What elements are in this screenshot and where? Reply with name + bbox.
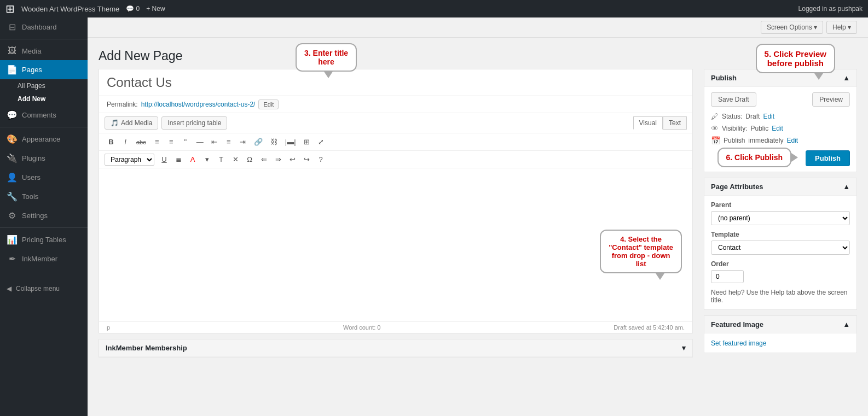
tb-italic[interactable]: I [119, 136, 132, 148]
sidebar-item-tools[interactable]: 🔧 Tools [0, 187, 88, 206]
tb-align-full[interactable]: ≣ [172, 153, 185, 166]
page-title-input[interactable] [99, 69, 692, 96]
tb-align-center[interactable]: ≡ [222, 136, 235, 148]
inkmember-icon: ✒ [7, 254, 18, 264]
help-text: Need help? Use the Help tab above the sc… [711, 289, 850, 304]
sidebar-item-dashboard[interactable]: ⊟ Dashboard [0, 17, 88, 37]
tb-more[interactable]: |▬| [282, 136, 299, 148]
sidebar-submenu-add-new[interactable]: Add New [0, 92, 88, 106]
order-row: Order [711, 260, 850, 283]
tb-bold[interactable]: B [105, 136, 118, 148]
tb-strikethrough[interactable]: abc [133, 137, 149, 148]
visual-text-tabs: Visual Text [633, 116, 687, 130]
template-select[interactable]: Contact [711, 241, 850, 255]
tb-font-color[interactable]: A [186, 153, 199, 166]
paragraph-select[interactable]: Paragraph [105, 154, 154, 166]
sidebar-item-comments[interactable]: 💬 Comments [0, 106, 88, 125]
tb-help[interactable]: ? [314, 153, 327, 166]
sidebar-item-inkmember[interactable]: ✒ InkMember [0, 249, 88, 268]
tb-align-right[interactable]: ⇥ [236, 136, 250, 148]
permalink-row: Permalink: http://localhost/wordpress/co… [99, 96, 692, 113]
tb-paste-text[interactable]: T [215, 153, 228, 166]
insert-pricing-button[interactable]: Insert pricing table [161, 116, 227, 130]
publish-immediately: immediately [748, 137, 783, 144]
tb-outdent[interactable]: ⇐ [257, 153, 270, 166]
sidebar-label-tools: Tools [22, 192, 38, 201]
permalink-edit-button[interactable]: Edit [258, 99, 279, 109]
media-toolbar: 🎵 Add Media Insert pricing table Visual … [99, 113, 692, 133]
preview-button[interactable]: Preview [812, 92, 850, 107]
publish-box-header[interactable]: Publish ▲ [704, 69, 857, 87]
wp-logo-icon: ⊞ [5, 2, 15, 15]
tb-ol[interactable]: ≡ [165, 136, 178, 148]
word-count: Word count: 0 [343, 324, 380, 331]
template-label: Template [711, 231, 850, 238]
publish-box: Publish ▲ Save Draft Preview 🖊 [704, 69, 857, 172]
tb-clear-format[interactable]: ✕ [229, 153, 242, 166]
page-heading: Add New Page [99, 49, 857, 63]
add-media-button[interactable]: 🎵 Add Media [105, 116, 158, 130]
inkmember-header[interactable]: InkMember Membership ▾ [99, 339, 692, 357]
sidebar-item-plugins[interactable]: 🔌 Plugins [0, 149, 88, 168]
tb-unlink[interactable]: ⛓ [267, 136, 281, 148]
tb-blockquote[interactable]: " [179, 136, 192, 148]
save-draft-button[interactable]: Save Draft [711, 92, 756, 107]
logged-in-text: Logged in as pushpak [798, 5, 863, 13]
right-sidebar: Publish ▲ Save Draft Preview 🖊 [704, 69, 857, 359]
tb-font-color-arrow[interactable]: ▾ [200, 153, 213, 166]
media-icon: 🖼 [7, 46, 18, 56]
sidebar-item-appearance[interactable]: 🎨 Appearance [0, 130, 88, 149]
comments-icon[interactable]: 💬 0 [126, 5, 140, 13]
sidebar-label-inkmember: InkMember [22, 255, 57, 263]
featured-image-box: Featured Image ▲ Set featured image [704, 315, 857, 353]
tb-hr[interactable]: — [193, 136, 207, 148]
publish-time-row: 📅 Publish immediately Edit [711, 136, 850, 145]
site-name[interactable]: Wooden Art WordPress Theme [21, 5, 119, 13]
tab-visual[interactable]: Visual [633, 116, 663, 130]
sidebar-item-pages[interactable]: 📄 Pages [0, 60, 88, 79]
order-label: Order [711, 260, 850, 268]
page-attributes-header[interactable]: Page Attributes ▲ [704, 178, 857, 196]
visibility-row: 👁 Visibility: Public Edit [711, 124, 850, 133]
publish-edit-link[interactable]: Edit [786, 137, 798, 144]
set-featured-image-link[interactable]: Set featured image [711, 339, 766, 347]
tb-fullscreen[interactable]: ⤢ [315, 136, 328, 148]
tb-toolbar-toggle[interactable]: ⊞ [300, 136, 314, 148]
tb-ul[interactable]: ≡ [151, 136, 164, 148]
editor-body[interactable] [99, 168, 692, 321]
sidebar-item-pricing-tables[interactable]: 📊 Pricing Tables [0, 230, 88, 249]
parent-row: Parent (no parent) [711, 201, 850, 225]
parent-select[interactable]: (no parent) [711, 211, 850, 225]
tb-redo[interactable]: ↪ [300, 153, 313, 166]
sidebar-item-users[interactable]: 👤 Users [0, 168, 88, 187]
status-edit-link[interactable]: Edit [763, 113, 774, 120]
page-attributes-body: Parent (no parent) Template Contact [704, 196, 857, 309]
collapse-menu[interactable]: ◀ Collapse menu [0, 279, 88, 298]
new-menu[interactable]: + New [146, 5, 165, 13]
admin-sidebar: ⊟ Dashboard 🖼 Media 📄 Pages All Pages Ad… [0, 17, 88, 416]
publish-box-body: Save Draft Preview 🖊 Status: Draft Edit [704, 87, 857, 172]
inkmember-title: InkMember Membership [106, 344, 187, 352]
sidebar-item-media[interactable]: 🖼 Media [0, 42, 88, 60]
sidebar-submenu-all-pages[interactable]: All Pages [0, 79, 88, 92]
parent-label: Parent [711, 201, 850, 209]
tab-text[interactable]: Text [663, 116, 687, 130]
add-media-icon: 🎵 [111, 119, 119, 127]
tb-align-left[interactable]: ⇤ [208, 136, 221, 148]
sidebar-item-settings[interactable]: ⚙ Settings [0, 206, 88, 225]
tb-special-char[interactable]: Ω [243, 153, 256, 166]
tb-underline[interactable]: U [158, 153, 171, 166]
featured-image-header[interactable]: Featured Image ▲ [704, 316, 857, 333]
publish-actions: Save Draft Preview [711, 92, 850, 107]
tb-link[interactable]: 🔗 [251, 136, 266, 148]
publish-button[interactable]: Publish [806, 150, 850, 166]
tb-indent[interactable]: ⇒ [271, 153, 285, 166]
screen-options-button[interactable]: Screen Options ▾ [761, 21, 823, 34]
permalink-url[interactable]: http://localhost/wordpress/contact-us-2/ [141, 101, 256, 108]
visibility-edit-link[interactable]: Edit [772, 125, 783, 132]
pricing-icon: 📊 [7, 235, 18, 245]
editor-container: Permalink: http://localhost/wordpress/co… [99, 69, 693, 333]
tb-undo[interactable]: ↩ [286, 153, 299, 166]
order-input[interactable] [711, 270, 744, 283]
help-button[interactable]: Help ▾ [826, 21, 857, 34]
